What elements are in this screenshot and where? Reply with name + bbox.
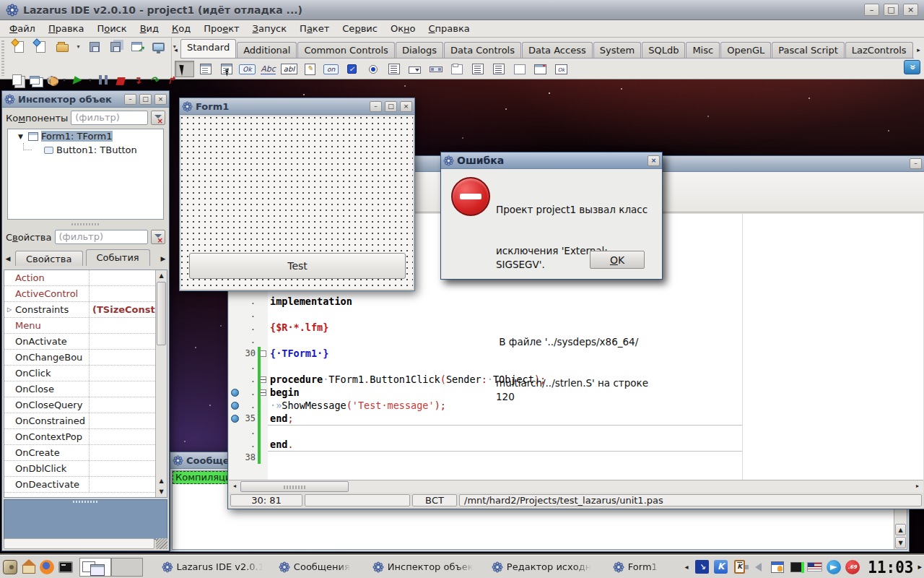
palette-tab[interactable]: Common Controls xyxy=(297,42,394,58)
dropdown-arrow-icon[interactable]: ▾ xyxy=(87,72,93,89)
property-value[interactable] xyxy=(90,334,155,349)
palette-component[interactable]: ✓ xyxy=(342,61,362,77)
open-icon[interactable] xyxy=(53,38,71,56)
palette-component[interactable] xyxy=(405,61,424,77)
editor-hscrollbar[interactable]: ◂ ▸ xyxy=(229,480,923,493)
palette-component[interactable]: abI xyxy=(279,61,299,77)
step-into-icon[interactable]: ↴ xyxy=(130,72,144,89)
fold-icon[interactable] xyxy=(258,347,267,360)
palette-component[interactable] xyxy=(468,61,487,77)
palette-tab[interactable]: System xyxy=(593,42,641,58)
property-row[interactable]: Menu xyxy=(4,318,155,334)
build-icon[interactable] xyxy=(44,72,58,89)
grid-vscrollbar[interactable]: ▲ ▲ ▼ xyxy=(155,270,167,497)
save-all-icon[interactable] xyxy=(106,38,125,56)
tray-volume-icon[interactable] xyxy=(750,558,767,575)
palette-component[interactable] xyxy=(531,61,550,77)
property-row[interactable]: OnConstrained xyxy=(4,413,155,429)
property-value[interactable] xyxy=(90,286,155,301)
inspector-hscrollbar[interactable] xyxy=(4,538,154,549)
new-form-icon[interactable] xyxy=(32,38,51,56)
scrollbar-thumb[interactable] xyxy=(157,282,166,345)
form-titlebar[interactable]: Form1 – □ × xyxy=(180,98,414,115)
maximize-icon[interactable]: □ xyxy=(884,4,899,16)
scroll-right-icon[interactable]: ▸ xyxy=(912,480,923,491)
property-row[interactable]: OnClose xyxy=(4,381,155,397)
scroll-left-icon[interactable]: ◂ xyxy=(229,480,240,491)
toolbar-grip[interactable] xyxy=(1,40,4,76)
property-row[interactable]: ActiveControl xyxy=(4,286,155,302)
terminal-icon[interactable] xyxy=(58,558,74,577)
maximize-icon[interactable]: □ xyxy=(139,94,152,105)
palette-tab[interactable]: Additional xyxy=(237,42,297,58)
components-filter-input[interactable]: (фильтр) xyxy=(71,111,148,125)
property-value[interactable] xyxy=(90,413,155,428)
debug-line-icon[interactable] xyxy=(231,415,239,423)
resize-grip[interactable] xyxy=(156,538,167,549)
palette-tab[interactable]: Data Controls xyxy=(444,42,521,58)
property-value[interactable] xyxy=(90,318,155,333)
palette-component[interactable]: Ok xyxy=(552,61,571,77)
property-value[interactable] xyxy=(90,270,155,285)
scroll-up-icon[interactable]: ▲ xyxy=(156,475,167,486)
scroll-up-icon[interactable]: ▲ xyxy=(895,524,906,535)
property-row[interactable]: OnChangeBou xyxy=(4,350,155,366)
debug-line-icon[interactable] xyxy=(231,402,239,410)
tray-calendar-icon[interactable] xyxy=(769,558,785,575)
palette-component[interactable]: ✎ xyxy=(300,61,320,77)
maximize-icon[interactable]: □ xyxy=(385,101,397,112)
test-button[interactable]: Test xyxy=(189,253,406,279)
palette-component[interactable] xyxy=(196,61,215,77)
properties-filter-input[interactable]: (фильтр) xyxy=(55,230,148,244)
tree-expander-icon[interactable]: ▼ xyxy=(18,133,25,140)
palette-component[interactable] xyxy=(384,61,404,77)
palette-overflow-button[interactable]: « xyxy=(904,60,920,74)
tray-collapse-icon[interactable]: ◂ xyxy=(684,563,689,571)
menu-item[interactable]: Запуск xyxy=(246,21,294,36)
minimize-icon[interactable]: – xyxy=(370,101,382,112)
tray-messenger-icon[interactable]: K xyxy=(712,558,729,575)
taskbar-window-button[interactable]: Lazarus IDE v2.0.1 xyxy=(157,558,267,577)
close-icon[interactable]: × xyxy=(903,4,918,16)
expand-icon[interactable]: ▷ xyxy=(4,306,14,313)
pause-icon[interactable] xyxy=(96,72,110,89)
property-row[interactable]: Action xyxy=(4,270,155,286)
scroll-down-icon[interactable]: ▼ xyxy=(895,537,906,548)
panel-splitter-handle[interactable] xyxy=(73,501,99,503)
minimize-icon[interactable]: – xyxy=(910,158,922,169)
menu-item[interactable]: Окно xyxy=(384,21,422,36)
stop-icon[interactable]: ■ xyxy=(113,72,127,89)
palette-tab[interactable]: SQLdb xyxy=(642,42,685,58)
tree-item[interactable]: Button1: TButton xyxy=(15,143,164,157)
tabs-scroll-left-icon[interactable]: ◀ xyxy=(4,251,12,266)
property-row[interactable]: OnClick xyxy=(4,366,155,381)
filter-clear-icon[interactable] xyxy=(151,111,165,125)
property-row[interactable]: OnActivate xyxy=(4,334,155,350)
menu-item[interactable]: Поиск xyxy=(90,21,133,36)
palette-component[interactable] xyxy=(447,61,466,77)
palette-tab[interactable]: Standard xyxy=(180,39,236,58)
property-value[interactable] xyxy=(90,381,155,397)
code-line[interactable]: 38 xyxy=(229,451,923,464)
menu-item[interactable]: Проект xyxy=(197,21,245,36)
code-line[interactable]: . end. xyxy=(229,438,923,451)
view-units-icon[interactable] xyxy=(10,72,25,89)
dropdown-arrow-icon[interactable]: ▾ xyxy=(61,72,67,89)
fold-icon[interactable] xyxy=(258,386,267,399)
dropdown-arrow-icon[interactable]: ▾ xyxy=(74,38,82,56)
menu-item[interactable]: Пакет xyxy=(293,21,336,36)
property-value[interactable] xyxy=(90,461,155,476)
toggle-form-unit-icon[interactable] xyxy=(128,38,147,56)
menu-item[interactable]: Файл xyxy=(3,21,42,36)
palette-component[interactable] xyxy=(363,61,383,77)
tray-keyboard-layout-us-flag-icon[interactable] xyxy=(806,558,823,575)
palette-tab[interactable]: Pascal Script xyxy=(772,42,845,58)
property-row[interactable]: OnContextPop xyxy=(4,429,155,445)
error-dialog-titlebar[interactable]: Ошибка × xyxy=(441,152,662,169)
workspace-1[interactable] xyxy=(79,558,111,577)
property-row[interactable]: OnDblClick xyxy=(4,461,155,477)
property-value[interactable] xyxy=(90,397,155,413)
new-unit-icon[interactable] xyxy=(10,38,29,56)
tree-item[interactable]: ▼ Form1: TForm1 xyxy=(15,129,164,143)
tab-events[interactable]: События xyxy=(86,249,150,266)
